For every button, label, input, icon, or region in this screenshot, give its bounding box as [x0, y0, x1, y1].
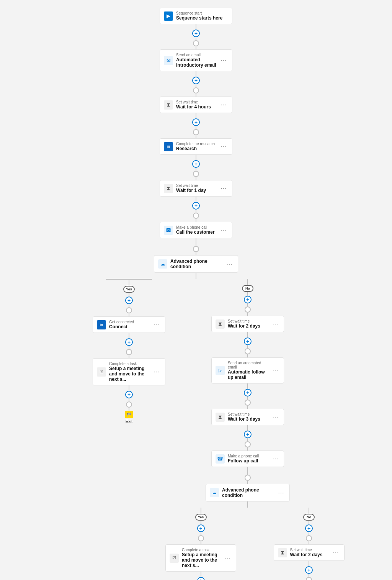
connector-circle	[126, 307, 132, 313]
add-button[interactable]: +	[192, 160, 200, 168]
connect-node: in Get connected Connect ⋯	[93, 316, 165, 333]
branch-1: Yes + in Get connected Connect	[0, 279, 392, 580]
task-2-node: ☑ Complete a task Setup a meeting and mo…	[165, 544, 236, 572]
send-email-1-title: Automated introductory email	[176, 57, 219, 68]
phone-call-1-menu[interactable]: ⋯	[219, 226, 228, 234]
yes-add-btn[interactable]: +	[125, 297, 133, 304]
sequence-start-icon: ▶	[164, 11, 173, 21]
connector-circle	[193, 246, 199, 252]
connector-circle	[126, 401, 132, 408]
phone-call-1-label: Make a phone call	[176, 225, 219, 229]
add-btn[interactable]: +	[125, 338, 133, 346]
phone-call-2-node: ☎ Make a phone call Follow up call ⋯	[211, 451, 284, 467]
wait-3-menu[interactable]: ⋯	[271, 319, 280, 328]
add-btn[interactable]: +	[197, 524, 205, 532]
branch-2: Yes + ☑ Complete a task	[165, 508, 330, 580]
no-badge-1: No	[242, 285, 253, 292]
connector-line	[196, 197, 196, 202]
auto-email-icon: ▷	[216, 366, 225, 375]
condition-1-node: ☁ Advanced phone condition ⋯	[154, 255, 238, 273]
phone-call-1-node: ☎ Make a phone call Call the customer ⋯	[160, 222, 232, 238]
branch-1-hline-row: Yes + in Get connected Connect	[93, 279, 299, 580]
connector-circle	[198, 535, 204, 541]
research-menu[interactable]: ⋯	[219, 142, 228, 151]
connector-line	[196, 93, 196, 97]
sequence-start-section: ▶ Sequence start Sequence starts here +	[160, 8, 232, 49]
linkedin-icon: in	[164, 142, 173, 151]
workflow-canvas: ▶ Sequence start Sequence starts here + …	[0, 0, 392, 580]
task-2-menu[interactable]: ⋯	[223, 554, 232, 562]
wait-4-menu[interactable]: ⋯	[271, 413, 280, 421]
branch-yes-col: Yes + in Get connected Connect	[93, 279, 165, 424]
add-button[interactable]: +	[192, 29, 200, 37]
add-button[interactable]: +	[192, 202, 200, 210]
linkedin-icon-2: in	[97, 320, 106, 329]
connector-circle	[193, 213, 199, 219]
task-2-label: Complete a task	[182, 548, 223, 552]
connector-circle	[193, 87, 199, 93]
no-badge-2: No	[303, 514, 315, 521]
wait-1-menu[interactable]: ⋯	[219, 100, 228, 109]
wait-icon-4: ⧗	[216, 413, 225, 422]
wait-icon-5: ⧗	[278, 548, 287, 557]
connect-title: Connect	[109, 324, 152, 329]
branch-2-no-col: No + ⧗ Set wait time	[236, 508, 382, 580]
task-1-menu[interactable]: ⋯	[152, 367, 161, 376]
phone-call-2-menu[interactable]: ⋯	[271, 454, 280, 463]
connector-line	[196, 252, 196, 255]
connector-circle	[245, 441, 251, 447]
sequence-start-title: Sequence starts here	[176, 15, 228, 21]
wait-icon-3: ⧗	[216, 319, 225, 329]
wait-3-title: Wait for 2 days	[228, 323, 271, 329]
add-btn[interactable]: +	[244, 389, 252, 396]
connector-line	[196, 219, 196, 222]
connector-circle	[193, 40, 199, 46]
wait-2-title: Wait for 1 day	[176, 188, 219, 193]
wait-3-node: ⧗ Set wait time Wait for 2 days ⋯	[211, 316, 284, 332]
yes-badge-2: Yes	[195, 514, 207, 521]
auto-email-menu[interactable]: ⋯	[271, 366, 280, 375]
phone-icon-2: ☎	[216, 454, 225, 464]
wait-4-node: ⧗ Set wait time Wait for 3 days ⋯	[211, 409, 284, 425]
research-section: in Complete the research Research ⋯ +	[160, 138, 232, 180]
wait-4-label: Set wait time	[228, 412, 271, 416]
condition-2-menu[interactable]: ⋯	[276, 488, 286, 497]
add-btn[interactable]: +	[197, 577, 205, 580]
wait-5-title: Wait for 2 days	[290, 552, 331, 557]
phone-call-2-label: Make a phone call	[228, 454, 271, 458]
task-1-title: Setup a meeting and move to the next s..…	[109, 366, 152, 382]
send-email-1-menu[interactable]: ⋯	[219, 56, 228, 65]
add-button[interactable]: +	[192, 77, 200, 84]
no-add-btn[interactable]: +	[244, 296, 252, 303]
wait-5-menu[interactable]: ⋯	[331, 548, 340, 557]
email-icon: ✉	[164, 56, 173, 65]
task-1-label: Complete a task	[109, 362, 152, 366]
wait-icon: ⧗	[164, 100, 173, 110]
task-2-title: Setup a meeting and move to the next s..…	[182, 552, 223, 568]
connect-menu[interactable]: ⋯	[152, 320, 161, 329]
add-btn[interactable]: +	[305, 566, 313, 574]
add-btn[interactable]: +	[305, 524, 313, 532]
wait-5-node: ⧗ Set wait time Wait for 2 days ⋯	[274, 544, 345, 561]
condition-1-title: Advanced phone condition	[170, 259, 225, 269]
task-icon-2: ☑	[170, 554, 179, 563]
exit-1-label: Exit	[126, 419, 132, 424]
add-btn[interactable]: +	[244, 431, 252, 438]
condition-1-section: ☁ Advanced phone condition ⋯	[154, 255, 238, 279]
wait-2-menu[interactable]: ⋯	[219, 184, 228, 193]
connector-line	[196, 210, 196, 213]
auto-email-node: ▷ Send an automated email Automatic foll…	[211, 357, 284, 383]
connector-line	[196, 37, 196, 40]
add-btn[interactable]: +	[244, 338, 252, 345]
connector-line	[196, 71, 196, 77]
condition-1-menu[interactable]: ⋯	[225, 260, 234, 269]
wait-1-node: ⧗ Set wait time Wait for 4 hours ⋯	[160, 97, 232, 113]
phone-call-1-title: Call the customer	[176, 229, 219, 235]
wait-2-label: Set wait time	[176, 184, 219, 188]
add-btn[interactable]: +	[125, 391, 133, 398]
connector-circle	[126, 349, 132, 355]
add-button[interactable]: +	[192, 118, 200, 126]
branch-2-yes-col: Yes + ☑ Complete a task	[165, 508, 236, 580]
wait-4-title: Wait for 3 days	[228, 416, 271, 422]
exit-icon-1: 🏁	[125, 411, 133, 418]
